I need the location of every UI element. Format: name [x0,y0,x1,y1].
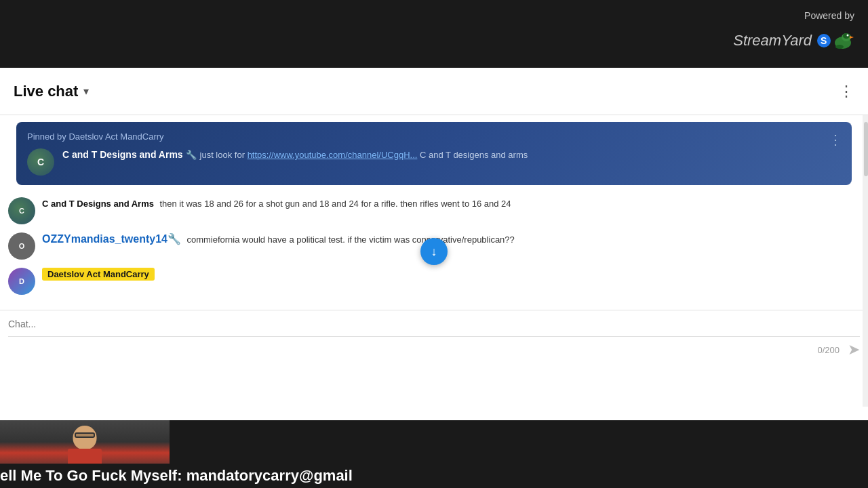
pinned-menu-button[interactable]: ⋮ [829,131,842,148]
pinned-author-avatar: C [27,148,54,176]
main-menu-button[interactable]: ⋮ [839,83,854,100]
svg-point-6 [847,35,849,37]
chat-input-footer: 0/200 ➤ [8,341,860,359]
top-bar: Powered by StreamYard S [0,0,868,68]
message-1-author: C and T Designs and Arms [42,199,154,209]
message-1-text: then it was 18 and 26 for a shot gun and… [159,199,511,209]
message-3-content: Daetslov Act MandCarry [42,268,860,281]
svg-text:S: S [821,35,827,46]
svg-point-4 [843,33,850,39]
pinned-author-name: C and T Designs and Arms [62,149,183,160]
chat-message-3: D Daetslov Act MandCarry [8,268,860,295]
message-2-content: OZZYmandias_twenty14🔧 commiefornia would… [42,232,860,245]
pinned-post-text: C and T desigens and arms [420,150,528,160]
pinned-section: Pinned by Daetslov Act MandCarry C C and… [0,115,868,190]
svg-point-7 [835,45,844,49]
pinned-link[interactable]: https://www.youtube.com/channel/UCgqH... [248,150,418,160]
message-1-avatar: C [8,197,35,224]
ticker-text: ell Me To Go Fuck Myself: mandatorycarry… [0,467,353,485]
chat-messages-area: ↓ C C and T Designs and Arms then it was… [0,190,868,310]
powered-by-section: Powered by StreamYard S [733,10,854,58]
chat-input-section: 0/200 ➤ [0,310,868,365]
svg-marker-5 [850,36,854,39]
pinned-body: just look for https://www.youtube.com/ch… [200,150,528,160]
input-divider [8,336,860,337]
streamyard-duck-icon: S [817,24,854,58]
video-glasses [75,432,95,438]
chevron-down-icon[interactable]: ▾ [83,85,89,98]
live-chat-header: Live chat ▾ ⋮ [0,68,868,115]
chat-message-1: C C and T Designs and Arms then it was 1… [8,197,860,224]
scroll-down-arrow-icon: ↓ [431,245,437,259]
pinned-pre-text: just look for [200,150,245,160]
message-1-content: C and T Designs and Arms then it was 18 … [42,197,860,209]
live-chat-title-area[interactable]: Live chat ▾ [14,83,89,100]
message-2-avatar: O [8,232,35,260]
chat-input[interactable] [8,314,860,333]
scrollbar[interactable] [863,115,868,407]
pinned-label: Pinned by Daetslov Act MandCarry [27,131,841,142]
send-button[interactable]: ➤ [848,341,860,359]
streamyard-label: StreamYard [733,32,812,49]
pinned-bar: Pinned by Daetslov Act MandCarry C C and… [16,122,852,185]
scrollbar-thumb[interactable] [864,122,868,176]
streamyard-logo: StreamYard S [733,24,854,58]
powered-by-label: Powered by [804,10,854,21]
wrench-icon: 🔧 [186,150,197,160]
message-2-text: commiefornia would have a political test… [186,235,514,245]
bottom-ticker: ell Me To Go Fuck Myself: mandatorycarry… [0,464,868,488]
live-chat-title: Live chat [14,83,78,100]
message-3-avatar: D [8,268,35,295]
char-count: 0/200 [817,345,840,355]
message-2-author: OZZYmandias_twenty14🔧 [42,233,181,245]
scroll-down-button[interactable]: ↓ [420,238,448,265]
pinned-message-text: C and T Designs and Arms 🔧 just look for… [62,148,841,161]
pinned-message-content: C C and T Designs and Arms 🔧 just look f… [27,148,841,176]
featured-user-badge: Daetslov Act MandCarry [42,268,155,281]
